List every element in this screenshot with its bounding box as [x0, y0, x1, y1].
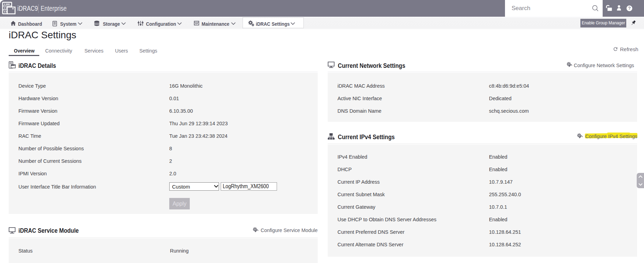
svg-text:?: ?: [628, 6, 631, 11]
